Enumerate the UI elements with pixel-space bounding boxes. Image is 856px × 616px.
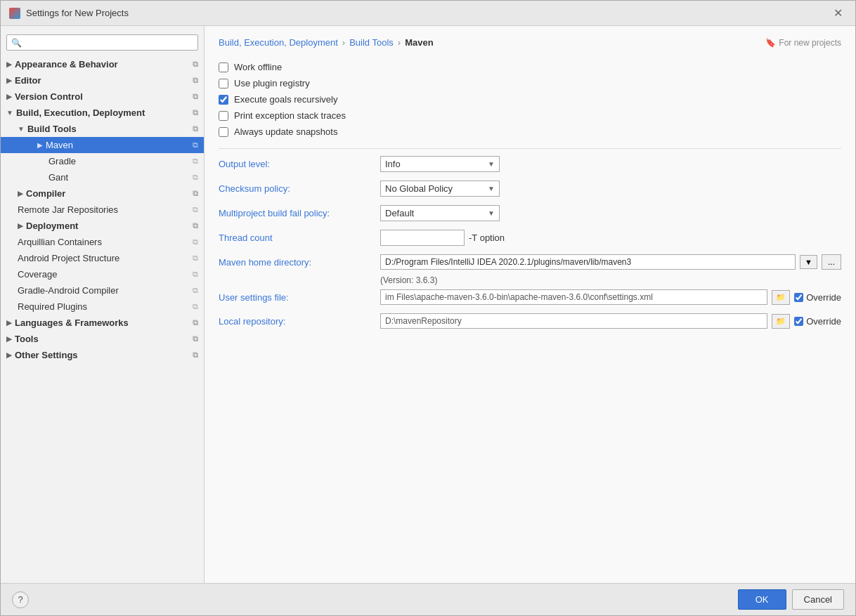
checkbox-print-exception: Print exception stack traces — [219, 107, 841, 124]
sidebar-item-gradle[interactable]: Gradle ⧉ — [1, 153, 204, 169]
copy-icon: ⧉ — [193, 286, 198, 295]
sidebar-item-label: Compiler — [26, 188, 65, 199]
sidebar-item-version-control[interactable]: ▶ Version Control ⧉ — [1, 89, 204, 105]
app-icon — [9, 8, 20, 19]
print-exception-checkbox[interactable] — [219, 111, 228, 121]
search-box[interactable]: 🔍 — [6, 34, 198, 51]
sidebar-item-build-execution[interactable]: ▼ Build, Execution, Deployment ⧉ — [1, 105, 204, 121]
chevron-down-icon: ▼ — [6, 109, 13, 117]
user-settings-control: 📁 Override — [380, 289, 841, 305]
thread-count-label: Thread count — [219, 232, 373, 243]
search-input[interactable] — [25, 37, 193, 48]
copy-icon: ⧉ — [193, 237, 198, 247]
user-settings-override-checkbox[interactable] — [794, 293, 803, 302]
copy-icon: ⧉ — [193, 173, 198, 182]
copy-icon: ⧉ — [193, 334, 198, 343]
sidebar-item-label: Version Control — [15, 91, 83, 102]
user-settings-input[interactable] — [380, 289, 767, 305]
sidebar-item-gant[interactable]: Gant ⧉ — [1, 169, 204, 185]
thread-count-input[interactable] — [380, 230, 465, 246]
local-repo-browse-btn[interactable]: 📁 — [772, 314, 790, 329]
execute-goals-checkbox[interactable] — [219, 95, 228, 105]
sidebar-item-label: Required Plugins — [18, 301, 87, 312]
breadcrumb-maven: Maven — [405, 37, 433, 48]
copy-icon: ⧉ — [193, 350, 198, 360]
output-level-value: Info — [385, 159, 485, 169]
multiproject-policy-row: Multiproject build fail policy: Default … — [219, 201, 841, 225]
sidebar-item-required-plugins[interactable]: Required Plugins ⧉ — [1, 299, 204, 315]
maven-home-input[interactable] — [380, 254, 796, 270]
copy-icon: ⧉ — [193, 189, 198, 198]
sidebar-item-remote-jar[interactable]: Remote Jar Repositories ⧉ — [1, 202, 204, 218]
checkbox-always-update: Always update snapshots — [219, 124, 841, 140]
checksum-policy-select[interactable]: No Global Policy ▼ — [380, 181, 500, 197]
close-button[interactable]: ✕ — [829, 5, 847, 21]
dropdown-arrow-icon: ▼ — [488, 185, 495, 192]
sidebar-item-other-settings[interactable]: ▶ Other Settings ⧉ — [1, 347, 204, 363]
execute-goals-label: Execute goals recursively — [234, 94, 337, 105]
copy-icon: ⧉ — [193, 140, 198, 150]
sidebar-item-compiler[interactable]: ▶ Compiler ⧉ — [1, 185, 204, 202]
always-update-checkbox[interactable] — [219, 127, 228, 137]
main-content: 🔍 ▶ Appearance & Behavior ⧉ ▶ Editor ⧉ ▶… — [1, 26, 855, 583]
sidebar-item-languages[interactable]: ▶ Languages & Frameworks ⧉ — [1, 315, 204, 331]
sidebar-item-label: Gradle-Android Compiler — [18, 285, 119, 296]
sidebar-item-build-tools[interactable]: ▼ Build Tools ⧉ — [1, 121, 204, 137]
bottom-buttons: OK Cancel — [738, 589, 844, 610]
checksum-policy-row: Checksum policy: No Global Policy ▼ — [219, 176, 841, 201]
output-level-label: Output level: — [219, 159, 373, 169]
user-settings-row: User settings file: 📁 Override — [219, 285, 841, 309]
right-panel: Build, Execution, Deployment › Build Too… — [205, 26, 855, 583]
copy-icon: ⧉ — [193, 76, 198, 85]
chevron-right-icon: ▶ — [37, 141, 43, 149]
ok-button[interactable]: OK — [738, 589, 786, 610]
sidebar-item-arquillian[interactable]: Arquillian Containers ⧉ — [1, 234, 204, 250]
breadcrumb-sep-2: › — [398, 37, 401, 48]
user-settings-label: User settings file: — [219, 292, 373, 303]
copy-icon: ⧉ — [193, 318, 198, 327]
thread-count-control: -T option — [380, 230, 505, 246]
sidebar-item-gradle-android[interactable]: Gradle-Android Compiler ⧉ — [1, 282, 204, 299]
sidebar-item-coverage[interactable]: Coverage ⧉ — [1, 266, 204, 282]
breadcrumb-build-tools[interactable]: Build Tools — [349, 37, 394, 48]
sidebar-item-android[interactable]: Android Project Structure ⧉ — [1, 250, 204, 266]
chevron-right-icon: ▶ — [6, 319, 12, 327]
work-offline-checkbox[interactable] — [219, 63, 228, 72]
breadcrumb-build-execution[interactable]: Build, Execution, Deployment — [219, 37, 338, 48]
help-button[interactable]: ? — [12, 591, 29, 608]
chevron-right-icon: ▶ — [6, 93, 12, 100]
checkbox-work-offline: Work offline — [219, 59, 841, 75]
sidebar-item-deployment[interactable]: ▶ Deployment ⧉ — [1, 218, 204, 234]
cancel-button[interactable]: Cancel — [792, 589, 844, 610]
user-settings-browse-btn[interactable]: 📁 — [772, 290, 790, 305]
output-level-select[interactable]: Info ▼ — [380, 156, 500, 172]
breadcrumb-tag: 🔖 For new projects — [765, 38, 841, 48]
copy-icon: ⧉ — [193, 205, 198, 214]
sidebar-item-label: Tools — [15, 334, 39, 344]
local-repo-override-checkbox[interactable] — [794, 317, 803, 326]
checksum-policy-value: No Global Policy — [385, 183, 485, 194]
multiproject-policy-select[interactable]: Default ▼ — [380, 205, 500, 221]
sidebar-item-label: Gradle — [48, 156, 76, 166]
sidebar-item-label: Android Project Structure — [18, 253, 119, 263]
use-plugin-checkbox[interactable] — [219, 79, 228, 89]
chevron-right-icon: ▶ — [18, 222, 23, 230]
work-offline-label: Work offline — [234, 62, 282, 72]
sidebar-item-editor[interactable]: ▶ Editor ⧉ — [1, 72, 204, 89]
chevron-right-icon: ▶ — [6, 351, 12, 359]
breadcrumb-tag-label: For new projects — [779, 38, 841, 48]
maven-home-dropdown-btn[interactable]: ▼ — [800, 255, 817, 269]
sidebar-item-maven[interactable]: ▶ Maven ⧉ — [1, 137, 204, 153]
maven-version: (Version: 3.6.3) — [219, 274, 841, 285]
maven-home-browse-btn[interactable]: ... — [822, 254, 841, 270]
sidebar-item-label: Build Tools — [27, 124, 77, 134]
chevron-down-icon: ▼ — [18, 125, 25, 133]
breadcrumb: Build, Execution, Deployment › Build Too… — [219, 37, 841, 48]
maven-home-control: ▼ ... — [380, 254, 841, 270]
checkbox-use-plugin: Use plugin registry — [219, 75, 841, 91]
sidebar-item-appearance[interactable]: ▶ Appearance & Behavior ⧉ — [1, 56, 204, 72]
local-repo-input[interactable] — [380, 313, 767, 329]
sidebar-item-label: Build, Execution, Deployment — [16, 107, 145, 118]
copy-icon: ⧉ — [193, 157, 198, 166]
sidebar-item-tools[interactable]: ▶ Tools ⧉ — [1, 331, 204, 347]
